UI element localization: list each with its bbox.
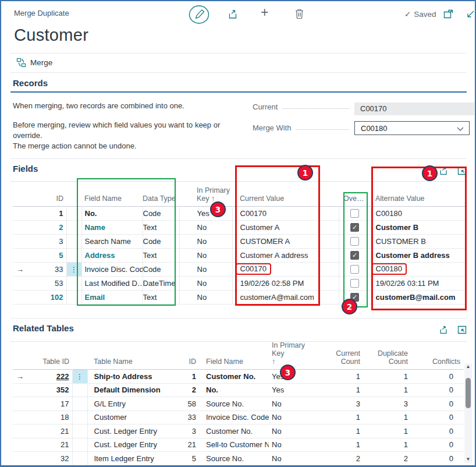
row-options-cell[interactable]: ⋮ [66,234,81,248]
fields-table-row[interactable]: → 1 ⋮ No. Code Yes C00170 ✓ C00180 [13,206,467,220]
table-name-cell[interactable]: Cust. Ledger Entry [87,438,176,452]
table-id-cell[interactable]: 222 [28,370,72,384]
field-name-cell[interactable]: Name [81,220,143,234]
row-options-cell[interactable]: ⋮ [66,290,81,304]
fields-header-override[interactable]: Ove… [339,181,371,206]
field-id-cell[interactable]: 53 [28,276,66,290]
related-header-conflicts[interactable]: Conflicts [411,341,463,370]
fields-table-row[interactable]: → 3 ⋮ Search Name Code No CUSTOMER A ✓ C… [13,234,467,248]
field-id-cell[interactable]: 2 [28,220,66,234]
focus-mode-icon[interactable] [457,326,467,334]
fields-table-row[interactable]: → 102 ⋮ Email Text No customerA@mail.com… [13,290,467,304]
fields-table-row[interactable]: → 5 ⋮ Address Text No Customer A address… [13,248,467,262]
table-name-cell[interactable]: Item Ledger Entry [87,452,176,466]
scroll-up-button[interactable]: ▲ [464,363,472,370]
field-name-cell[interactable]: Search Name [81,234,143,248]
override-checkbox[interactable]: ✓ [350,293,359,302]
field-id-cell[interactable]: 3 [28,234,66,248]
field-id-cell[interactable]: 102 [28,290,66,304]
override-checkbox[interactable]: ✓ [350,265,359,274]
fields-table-row[interactable]: → 33 ⋮ Invoice Disc. Code Code No C00170… [13,262,467,276]
field-name-cell[interactable]: No. [81,206,143,220]
table-name-cell[interactable]: Customer [87,411,176,424]
related-header-table-name[interactable]: Table Name [87,341,176,370]
related-header-id[interactable]: ID [176,341,199,370]
override-checkbox[interactable]: ✓ [350,237,359,246]
table-id-cell[interactable]: 21 [28,424,72,438]
share-icon[interactable] [439,166,449,176]
current-value-cell[interactable]: C00170 [232,206,339,220]
row-options-cell[interactable]: ⋮ [72,383,87,397]
row-options-cell[interactable]: ⋮ [66,276,81,290]
related-table-row[interactable]: → 21 ⋮ Cust. Ledger Entry 21 Sell-to Cus… [13,438,463,452]
table-id-cell[interactable]: 352 [28,383,72,397]
field-name-cell[interactable]: Address [81,248,143,262]
row-options-cell[interactable]: ⋮ [72,397,87,411]
related-table-row[interactable]: → 352 ⋮ Default Dimension 2 No. Yes 1 1 … [13,383,463,397]
field-id-cell[interactable]: 5 [28,248,66,262]
override-checkbox[interactable]: ✓ [350,279,359,288]
row-options-cell[interactable]: ⋮ [66,248,81,262]
related-header-field-name[interactable]: Field Name [199,341,269,370]
related-header-duplicate-count[interactable]: Duplicate Count [363,341,411,370]
related-tables-scrollbar[interactable]: ▲ ▼ [464,363,472,463]
row-options-cell[interactable]: ⋮ [66,206,81,220]
field-name-cell[interactable]: Invoice Disc. Code [81,262,143,276]
table-name-cell[interactable]: Cust. Ledger Entry [87,424,176,438]
row-options-cell[interactable]: ⋮ [72,438,87,452]
related-table-row[interactable]: → 17 ⋮ G/L Entry 58 Source No. No 3 3 0 [13,397,463,411]
related-header-table-id[interactable]: Table ID [28,341,72,370]
alternate-value-cell[interactable]: Customer B address [371,248,467,262]
related-header-in-primary-key[interactable]: In Primary Key ↑ [269,341,318,370]
row-options-cell[interactable]: ⋮ [66,220,81,234]
row-options-cell[interactable]: ⋮ [66,262,81,276]
delete-button[interactable] [294,8,304,22]
open-in-new-window-button[interactable] [443,9,453,21]
current-value-cell[interactable]: customerA@mail.com [232,290,339,304]
table-name-cell[interactable]: Ship-to Address [87,370,176,384]
field-id-cell[interactable]: 33 [28,262,66,276]
override-cell[interactable]: ✓ [339,206,371,220]
fields-header-field-name[interactable]: Field Name [81,181,143,206]
fields-header-data-type[interactable]: Data Type [143,181,179,206]
table-id-cell[interactable]: 32 [28,452,72,466]
fields-header-in-primary-key[interactable]: In Primary Key ↑ [179,181,232,206]
chevron-down-icon[interactable] [457,127,464,132]
table-id-cell[interactable]: 21 [28,438,72,452]
row-options-cell[interactable]: ⋮ [72,370,87,384]
new-button[interactable]: + [261,5,268,20]
override-cell[interactable]: ✓ [339,276,371,290]
fields-header-id[interactable]: ID [28,181,66,206]
collapse-corner-button[interactable] [466,10,475,21]
related-table-row[interactable]: → 21 ⋮ Cust. Ledger Entry 3 Customer No.… [13,424,463,438]
table-name-cell[interactable]: G/L Entry [87,397,176,411]
related-header-current-count[interactable]: Current Count [318,341,363,370]
alternate-value-cell[interactable]: CUSTOMER B [371,234,467,248]
override-cell[interactable]: ✓ [339,262,371,276]
override-cell[interactable]: ✓ [339,234,371,248]
override-checkbox[interactable]: ✓ [350,251,359,260]
merge-action-button[interactable]: Merge [16,58,52,68]
fields-header-current-value[interactable]: Current Value [232,181,339,206]
field-name-cell[interactable]: Email [81,290,143,304]
alternate-value-cell[interactable]: C00180 [371,206,467,220]
field-id-cell[interactable]: 1 [28,206,66,220]
alternate-value-cell[interactable]: customerB@mail.com [371,290,467,304]
current-value-cell[interactable]: Customer A [232,220,339,234]
current-value-cell[interactable]: CUSTOMER A [232,234,339,248]
focus-mode-icon[interactable] [457,167,467,175]
override-cell[interactable]: ✓ [339,248,371,262]
row-options-cell[interactable]: ⋮ [72,424,87,438]
alternate-value-cell[interactable]: Customer B [371,220,467,234]
related-table-row[interactable]: → 18 ⋮ Customer 33 Invoice Disc. Code No… [13,411,463,424]
share-button[interactable] [228,9,239,22]
override-checkbox[interactable]: ✓ [350,209,359,218]
table-name-cell[interactable]: Default Dimension [87,383,176,397]
table-id-cell[interactable]: 18 [28,411,72,424]
fields-table-row[interactable]: → 2 ⋮ Name Text No Customer A ✓ Customer… [13,220,467,234]
scroll-down-button[interactable]: ▼ [464,456,472,463]
alternate-value-cell[interactable]: C00180 [371,262,467,276]
alternate-value-cell[interactable]: 19/02/26 03:11 PM [371,276,467,290]
merge-with-dropdown[interactable]: C00180 [354,121,470,135]
row-options-cell[interactable]: ⋮ [72,411,87,424]
